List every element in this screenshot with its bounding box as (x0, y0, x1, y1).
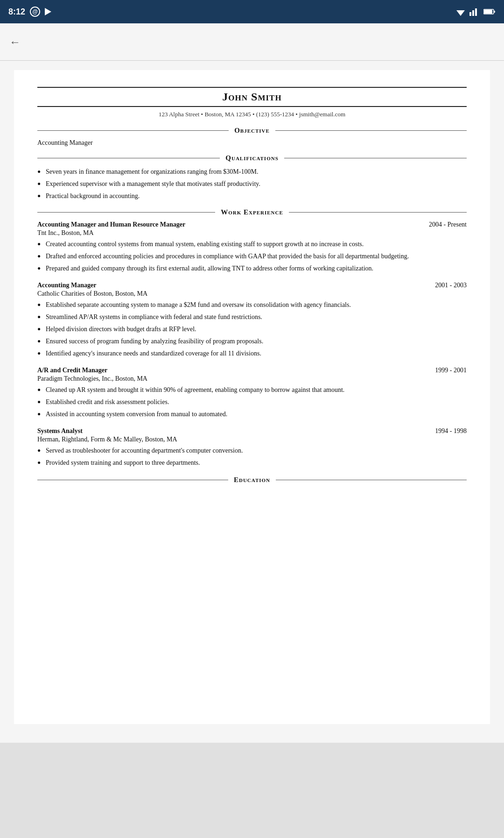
duty-item: Streamlined AP/AR systems in compliance … (37, 312, 467, 322)
objective-title: Objective (229, 127, 275, 135)
job-dates-3: 1999 - 2001 (435, 367, 467, 374)
svg-rect-5 (484, 10, 492, 14)
education-line-left (37, 480, 228, 480)
status-time: 8:12 (8, 7, 25, 17)
resume-contact: 123 Alpha Street • Boston, MA 12345 • (1… (37, 111, 467, 118)
circle-icon: @ (30, 7, 40, 17)
job-dates-4: 1994 - 1998 (435, 427, 467, 435)
status-left: 8:12 @ (8, 7, 51, 17)
duty-item: Served as troubleshooter for accounting … (37, 446, 467, 455)
job-header-4: Systems Analyst 1994 - 1998 (37, 427, 467, 435)
signal-icon (469, 7, 480, 16)
job-block-3: A/R and Credit Manager 1999 - 2001 Parad… (37, 367, 467, 419)
qualification-item: Practical background in accounting. (37, 191, 467, 201)
job-company-3: Paradigm Technologies, Inc., Boston, MA (37, 375, 467, 383)
duty-item: Prepared and guided company through its … (37, 263, 467, 273)
job-title-3: A/R and Credit Manager (37, 367, 107, 374)
duty-item: Cleaned up AR system and brought it with… (37, 385, 467, 395)
wifi-icon (455, 7, 466, 16)
job-dates-2: 2001 - 2003 (435, 282, 467, 289)
education-section-header: Education (37, 476, 467, 484)
job-duties-3: Cleaned up AR system and brought it with… (37, 385, 467, 419)
job-header-2: Accounting Manager 2001 - 2003 (37, 282, 467, 289)
job-duties-1: Created accounting control systems from … (37, 239, 467, 273)
work-experience-section-header: Work Experience (37, 208, 467, 216)
qualifications-title: Qualifications (220, 154, 284, 162)
duty-item: Drafted and enforced accounting policies… (37, 251, 467, 261)
resume-name: John Smith (37, 87, 467, 107)
job-title-1: Accounting Manager and Human Resource Ma… (37, 221, 185, 228)
job-title-2: Accounting Manager (37, 282, 96, 289)
duty-item: Established credit and risk assessment p… (37, 397, 467, 407)
work-experience-title: Work Experience (215, 208, 289, 216)
qualifications-line-left (37, 158, 220, 158)
nav-bar: ← (0, 23, 504, 61)
job-duties-2: Established separate accounting system t… (37, 300, 467, 358)
job-dates-1: 2004 - Present (429, 221, 467, 228)
job-title-4: Systems Analyst (37, 427, 83, 435)
education-title: Education (228, 476, 276, 484)
work-line-right (289, 212, 467, 213)
svg-rect-6 (494, 11, 495, 13)
job-company-4: Herman, Rightland, Form & Mc Malley, Bos… (37, 436, 467, 443)
job-block-2: Accounting Manager 2001 - 2003 Catholic … (37, 282, 467, 358)
qualifications-line-right (284, 158, 467, 158)
duty-item: Assisted in accounting system conversion… (37, 409, 467, 419)
document-area: John Smith 123 Alpha Street • Boston, MA… (0, 61, 504, 743)
objective-section-header: Objective (37, 127, 467, 135)
duty-item: Ensured success of program funding by an… (37, 336, 467, 346)
play-icon (45, 8, 51, 15)
duty-item: Created accounting control systems from … (37, 239, 467, 249)
svg-rect-1 (469, 12, 471, 16)
objective-content: Accounting Manager (37, 139, 467, 147)
svg-rect-2 (472, 10, 474, 16)
qualification-item: Seven years in finance management for or… (37, 167, 467, 177)
job-block-4: Systems Analyst 1994 - 1998 Herman, Righ… (37, 427, 467, 468)
status-right (455, 7, 496, 16)
duty-item: Helped division directors with budget dr… (37, 324, 467, 334)
battery-icon (483, 8, 496, 15)
job-company-2: Catholic Charities of Boston, Boston, MA (37, 290, 467, 298)
education-line-right (276, 480, 467, 480)
back-button[interactable]: ← (9, 36, 21, 49)
svg-marker-0 (456, 10, 465, 16)
duty-item: Provided system training and support to … (37, 458, 467, 468)
svg-rect-3 (475, 8, 477, 16)
job-header-3: A/R and Credit Manager 1999 - 2001 (37, 367, 467, 374)
job-header-1: Accounting Manager and Human Resource Ma… (37, 221, 467, 228)
status-bar: 8:12 @ (0, 0, 504, 23)
work-line-left (37, 212, 215, 213)
job-block-1: Accounting Manager and Human Resource Ma… (37, 221, 467, 273)
objective-line-right (275, 130, 467, 131)
duty-item: Identified agency's insurance needs and … (37, 348, 467, 358)
duty-item: Established separate accounting system t… (37, 300, 467, 310)
qualification-item: Experienced supervisor with a management… (37, 179, 467, 189)
job-duties-4: Served as troubleshooter for accounting … (37, 446, 467, 468)
job-company-1: Tnt Inc., Boston, MA (37, 229, 467, 237)
qualifications-section-header: Qualifications (37, 154, 467, 162)
resume-paper: John Smith 123 Alpha Street • Boston, MA… (14, 70, 490, 724)
objective-line-left (37, 130, 229, 131)
qualifications-list: Seven years in finance management for or… (37, 167, 467, 201)
